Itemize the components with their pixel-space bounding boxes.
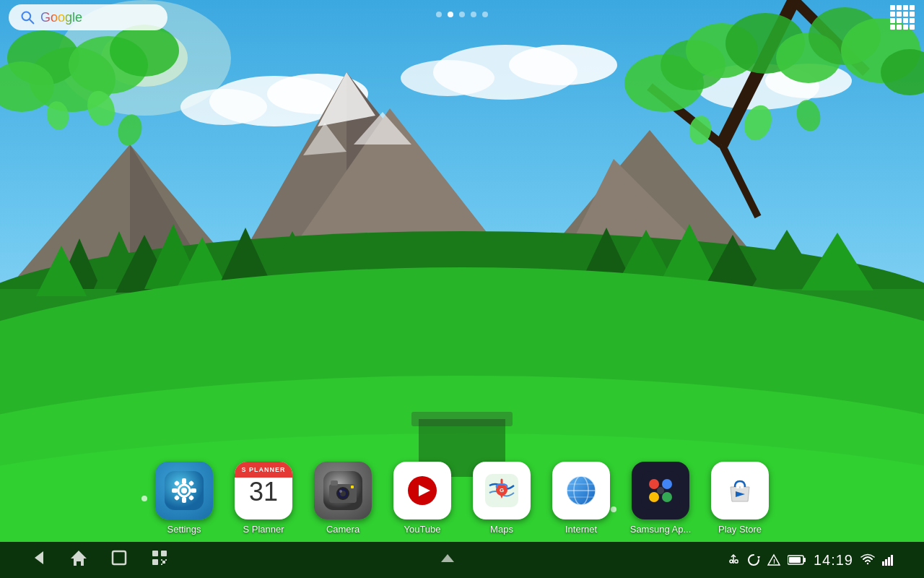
settings-label: Settings xyxy=(167,524,201,535)
usb-icon xyxy=(727,553,740,566)
page-dot-2[interactable] xyxy=(448,12,453,17)
camera-icon xyxy=(314,462,372,519)
samsung-label: Samsung Ap... xyxy=(630,524,692,535)
svg-rect-135 xyxy=(803,558,806,562)
youtube-icon xyxy=(393,462,451,519)
maps-label: Maps xyxy=(490,524,513,535)
svg-point-7 xyxy=(509,45,617,85)
svg-line-73 xyxy=(30,20,34,24)
svg-point-5 xyxy=(180,89,267,125)
svg-rect-91 xyxy=(331,480,338,486)
page-dot-3[interactable] xyxy=(459,12,465,17)
svg-rect-48 xyxy=(411,412,513,426)
signal-icon xyxy=(882,554,895,566)
svg-rect-80 xyxy=(191,488,196,493)
planner-date: 31 xyxy=(249,479,278,505)
svg-rect-77 xyxy=(182,478,186,484)
svg-rect-92 xyxy=(351,486,354,488)
page-dots xyxy=(436,12,488,17)
apps-grid-button[interactable] xyxy=(889,4,915,30)
recent-button[interactable] xyxy=(110,548,128,571)
nav-right: ! 14:19 xyxy=(727,552,895,569)
top-bar: Google xyxy=(0,0,924,35)
back-button[interactable] xyxy=(29,548,48,571)
nav-center xyxy=(438,549,457,571)
splanner-label: S Planner xyxy=(243,524,284,535)
svg-point-109 xyxy=(649,479,659,489)
svg-marker-131 xyxy=(757,556,760,559)
svg-rect-122 xyxy=(161,551,167,556)
app-playstore[interactable]: Play Store xyxy=(707,462,772,535)
dock: Settings S PLANNER 31 S Planner xyxy=(0,454,924,542)
camera-label: Camera xyxy=(326,524,359,535)
app-youtube[interactable]: YouTube xyxy=(390,462,455,535)
svg-rect-136 xyxy=(789,557,801,563)
svg-rect-130 xyxy=(735,560,738,563)
grid-icon xyxy=(890,5,915,30)
svg-rect-78 xyxy=(182,497,186,503)
svg-rect-126 xyxy=(165,559,167,561)
battery-icon xyxy=(788,554,806,566)
svg-point-129 xyxy=(730,560,733,563)
svg-point-90 xyxy=(339,490,342,493)
svg-point-76 xyxy=(181,488,187,493)
playstore-icon xyxy=(711,462,769,519)
app-camera[interactable]: Camera xyxy=(310,462,375,535)
svg-marker-128 xyxy=(441,554,454,562)
warning-icon: ! xyxy=(767,553,780,566)
youtube-label: YouTube xyxy=(404,524,440,535)
svg-rect-121 xyxy=(152,551,158,556)
svg-rect-127 xyxy=(161,564,162,565)
svg-rect-120 xyxy=(113,551,126,564)
svg-text:!: ! xyxy=(773,558,775,565)
app-maps[interactable]: G Maps xyxy=(469,462,534,535)
svg-point-111 xyxy=(649,492,659,502)
settings-icon xyxy=(155,462,213,519)
app-internet[interactable]: Internet xyxy=(549,462,614,535)
svg-rect-137 xyxy=(882,561,884,566)
svg-rect-124 xyxy=(162,561,165,564)
svg-rect-125 xyxy=(161,559,162,561)
menu-button[interactable] xyxy=(150,548,169,571)
up-button[interactable] xyxy=(438,549,457,571)
internet-icon xyxy=(552,462,610,519)
page-dot-5[interactable] xyxy=(482,12,488,17)
svg-marker-119 xyxy=(71,551,87,566)
app-samsung[interactable]: Samsung Ap... xyxy=(628,462,693,535)
playstore-label: Play Store xyxy=(718,524,762,535)
wifi-icon xyxy=(860,553,875,566)
svg-rect-139 xyxy=(888,557,890,566)
svg-rect-79 xyxy=(172,488,178,493)
google-label: Google xyxy=(40,10,82,25)
svg-text:G: G xyxy=(500,487,504,493)
svg-point-112 xyxy=(662,492,672,502)
maps-icon: G xyxy=(473,462,531,519)
svg-rect-116 xyxy=(736,486,739,488)
samsung-icon xyxy=(632,462,689,519)
planner-month-label: S PLANNER xyxy=(241,466,285,473)
google-search-bar[interactable]: Google xyxy=(9,4,167,30)
svg-rect-123 xyxy=(152,559,158,565)
svg-rect-140 xyxy=(891,555,893,566)
svg-point-8 xyxy=(401,60,494,96)
svg-point-113 xyxy=(657,487,664,494)
svg-marker-118 xyxy=(35,551,43,564)
sync-icon xyxy=(747,553,760,566)
app-splanner[interactable]: S PLANNER 31 S Planner xyxy=(231,462,296,535)
search-icon xyxy=(20,10,35,25)
page-dot-1[interactable] xyxy=(436,12,442,17)
page-dot-4[interactable] xyxy=(471,12,476,17)
svg-rect-117 xyxy=(741,486,744,488)
svg-point-110 xyxy=(662,479,672,489)
splanner-icon: S PLANNER 31 xyxy=(235,462,292,519)
app-settings[interactable]: Settings xyxy=(152,462,217,535)
home-button[interactable] xyxy=(69,548,88,571)
svg-rect-138 xyxy=(885,559,887,566)
internet-label: Internet xyxy=(565,524,597,535)
nav-left xyxy=(29,548,169,571)
nav-bar: ! 14:19 xyxy=(0,542,924,578)
time-display: 14:19 xyxy=(814,552,853,569)
